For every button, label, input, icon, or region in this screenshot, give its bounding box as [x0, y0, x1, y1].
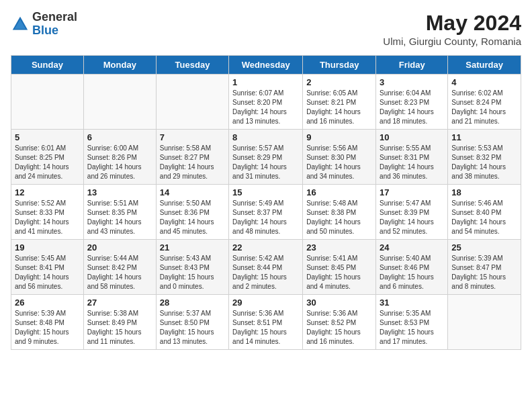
day-number: 6: [87, 132, 152, 142]
day-info: Sunrise: 5:56 AM Sunset: 8:30 PM Dayligh…: [306, 144, 372, 181]
calendar-cell: 4Sunrise: 6:02 AM Sunset: 8:24 PM Daylig…: [448, 75, 521, 130]
day-info: Sunrise: 6:00 AM Sunset: 8:26 PM Dayligh…: [87, 144, 152, 181]
location-subtitle: Ulmi, Giurgiu County, Romania: [383, 36, 521, 47]
calendar-day-header: Thursday: [303, 56, 376, 75]
calendar-cell: 7Sunrise: 5:58 AM Sunset: 8:27 PM Daylig…: [156, 130, 228, 185]
day-info: Sunrise: 5:35 AM Sunset: 8:53 PM Dayligh…: [380, 309, 444, 347]
calendar-day-header: Sunday: [11, 56, 84, 75]
day-info: Sunrise: 5:47 AM Sunset: 8:39 PM Dayligh…: [380, 199, 444, 236]
day-number: 10: [380, 132, 444, 142]
calendar-cell: [83, 75, 156, 130]
calendar-cell: 25Sunrise: 5:39 AM Sunset: 8:47 PM Dayli…: [448, 240, 521, 295]
day-info: Sunrise: 5:39 AM Sunset: 8:47 PM Dayligh…: [451, 254, 517, 291]
calendar-cell: 2Sunrise: 6:05 AM Sunset: 8:21 PM Daylig…: [303, 75, 376, 130]
calendar-cell: [11, 75, 84, 130]
page-header: General Blue May 2024 Ulmi, Giurgiu Coun…: [11, 11, 521, 47]
day-info: Sunrise: 5:38 AM Sunset: 8:49 PM Dayligh…: [87, 309, 152, 347]
day-number: 30: [306, 298, 372, 308]
day-info: Sunrise: 5:40 AM Sunset: 8:46 PM Dayligh…: [380, 254, 444, 291]
calendar-cell: 17Sunrise: 5:47 AM Sunset: 8:39 PM Dayli…: [376, 185, 448, 240]
logo-blue-text: Blue: [32, 24, 77, 38]
day-info: Sunrise: 5:52 AM Sunset: 8:33 PM Dayligh…: [15, 199, 80, 236]
day-number: 21: [160, 242, 225, 253]
calendar-table: SundayMondayTuesdayWednesdayThursdayFrid…: [11, 55, 521, 350]
day-info: Sunrise: 5:49 AM Sunset: 8:37 PM Dayligh…: [232, 199, 299, 236]
calendar-cell: 29Sunrise: 5:36 AM Sunset: 8:51 PM Dayli…: [229, 295, 303, 350]
calendar-cell: 30Sunrise: 5:36 AM Sunset: 8:52 PM Dayli…: [303, 295, 376, 350]
day-info: Sunrise: 6:07 AM Sunset: 8:20 PM Dayligh…: [232, 89, 299, 126]
day-number: 14: [160, 187, 225, 197]
calendar-cell: 23Sunrise: 5:41 AM Sunset: 8:45 PM Dayli…: [303, 240, 376, 295]
day-number: 22: [232, 242, 299, 253]
day-number: 1: [232, 77, 299, 87]
calendar-cell: 26Sunrise: 5:39 AM Sunset: 8:48 PM Dayli…: [11, 295, 84, 350]
day-info: Sunrise: 6:02 AM Sunset: 8:24 PM Dayligh…: [451, 89, 517, 126]
day-number: 18: [451, 187, 517, 197]
day-number: 25: [451, 242, 517, 253]
calendar-week-row: 1Sunrise: 6:07 AM Sunset: 8:20 PM Daylig…: [11, 75, 521, 130]
day-info: Sunrise: 5:41 AM Sunset: 8:45 PM Dayligh…: [306, 254, 372, 291]
day-number: 2: [306, 77, 372, 87]
day-info: Sunrise: 5:36 AM Sunset: 8:51 PM Dayligh…: [232, 309, 299, 347]
calendar-cell: 27Sunrise: 5:38 AM Sunset: 8:49 PM Dayli…: [83, 295, 156, 350]
day-number: 12: [15, 187, 80, 197]
calendar-cell: 16Sunrise: 5:48 AM Sunset: 8:38 PM Dayli…: [303, 185, 376, 240]
day-number: 23: [306, 242, 372, 253]
calendar-cell: 14Sunrise: 5:50 AM Sunset: 8:36 PM Dayli…: [156, 185, 228, 240]
day-info: Sunrise: 5:55 AM Sunset: 8:31 PM Dayligh…: [380, 144, 444, 181]
calendar-cell: [156, 75, 228, 130]
logo: General Blue: [11, 11, 77, 38]
day-info: Sunrise: 5:44 AM Sunset: 8:42 PM Dayligh…: [87, 254, 152, 291]
calendar-cell: 11Sunrise: 5:53 AM Sunset: 8:32 PM Dayli…: [448, 130, 521, 185]
day-info: Sunrise: 5:37 AM Sunset: 8:50 PM Dayligh…: [160, 309, 225, 347]
day-info: Sunrise: 6:01 AM Sunset: 8:25 PM Dayligh…: [15, 144, 80, 181]
day-info: Sunrise: 5:36 AM Sunset: 8:52 PM Dayligh…: [306, 309, 372, 347]
day-info: Sunrise: 5:43 AM Sunset: 8:43 PM Dayligh…: [160, 254, 225, 291]
day-number: 8: [232, 132, 299, 142]
calendar-cell: 5Sunrise: 6:01 AM Sunset: 8:25 PM Daylig…: [11, 130, 84, 185]
calendar-cell: 21Sunrise: 5:43 AM Sunset: 8:43 PM Dayli…: [156, 240, 228, 295]
logo-icon: [11, 15, 30, 34]
calendar-cell: 31Sunrise: 5:35 AM Sunset: 8:53 PM Dayli…: [376, 295, 448, 350]
day-info: Sunrise: 5:57 AM Sunset: 8:29 PM Dayligh…: [232, 144, 299, 181]
calendar-cell: 1Sunrise: 6:07 AM Sunset: 8:20 PM Daylig…: [229, 75, 303, 130]
calendar-cell: 12Sunrise: 5:52 AM Sunset: 8:33 PM Dayli…: [11, 185, 84, 240]
calendar-cell: 28Sunrise: 5:37 AM Sunset: 8:50 PM Dayli…: [156, 295, 228, 350]
day-info: Sunrise: 6:05 AM Sunset: 8:21 PM Dayligh…: [306, 89, 372, 126]
day-number: 11: [451, 132, 517, 142]
calendar-cell: 18Sunrise: 5:46 AM Sunset: 8:40 PM Dayli…: [448, 185, 521, 240]
day-info: Sunrise: 5:48 AM Sunset: 8:38 PM Dayligh…: [306, 199, 372, 236]
day-info: Sunrise: 5:45 AM Sunset: 8:41 PM Dayligh…: [15, 254, 80, 291]
day-info: Sunrise: 6:04 AM Sunset: 8:23 PM Dayligh…: [380, 89, 444, 126]
logo-general-text: General: [32, 11, 77, 24]
day-info: Sunrise: 5:50 AM Sunset: 8:36 PM Dayligh…: [160, 199, 225, 236]
calendar-day-header: Friday: [376, 56, 448, 75]
day-number: 15: [232, 187, 299, 197]
calendar-cell: 20Sunrise: 5:44 AM Sunset: 8:42 PM Dayli…: [83, 240, 156, 295]
day-number: 31: [380, 298, 444, 308]
day-number: 27: [87, 298, 152, 308]
day-number: 19: [15, 242, 80, 253]
day-number: 16: [306, 187, 372, 197]
title-block: May 2024 Ulmi, Giurgiu County, Romania: [383, 11, 521, 47]
calendar-cell: [448, 295, 521, 350]
day-info: Sunrise: 5:46 AM Sunset: 8:40 PM Dayligh…: [451, 199, 517, 236]
day-info: Sunrise: 5:42 AM Sunset: 8:44 PM Dayligh…: [232, 254, 299, 291]
day-number: 26: [15, 298, 80, 308]
calendar-cell: 3Sunrise: 6:04 AM Sunset: 8:23 PM Daylig…: [376, 75, 448, 130]
calendar-day-header: Saturday: [448, 56, 521, 75]
day-number: 7: [160, 132, 225, 142]
calendar-cell: 6Sunrise: 6:00 AM Sunset: 8:26 PM Daylig…: [83, 130, 156, 185]
day-number: 3: [380, 77, 444, 87]
day-number: 29: [232, 298, 299, 308]
calendar-header-row: SundayMondayTuesdayWednesdayThursdayFrid…: [11, 56, 521, 75]
day-info: Sunrise: 5:39 AM Sunset: 8:48 PM Dayligh…: [15, 309, 80, 347]
day-number: 13: [87, 187, 152, 197]
calendar-week-row: 12Sunrise: 5:52 AM Sunset: 8:33 PM Dayli…: [11, 185, 521, 240]
calendar-cell: 22Sunrise: 5:42 AM Sunset: 8:44 PM Dayli…: [229, 240, 303, 295]
calendar-cell: 9Sunrise: 5:56 AM Sunset: 8:30 PM Daylig…: [303, 130, 376, 185]
calendar-day-header: Monday: [83, 56, 156, 75]
calendar-week-row: 5Sunrise: 6:01 AM Sunset: 8:25 PM Daylig…: [11, 130, 521, 185]
day-number: 9: [306, 132, 372, 142]
calendar-day-header: Wednesday: [229, 56, 303, 75]
